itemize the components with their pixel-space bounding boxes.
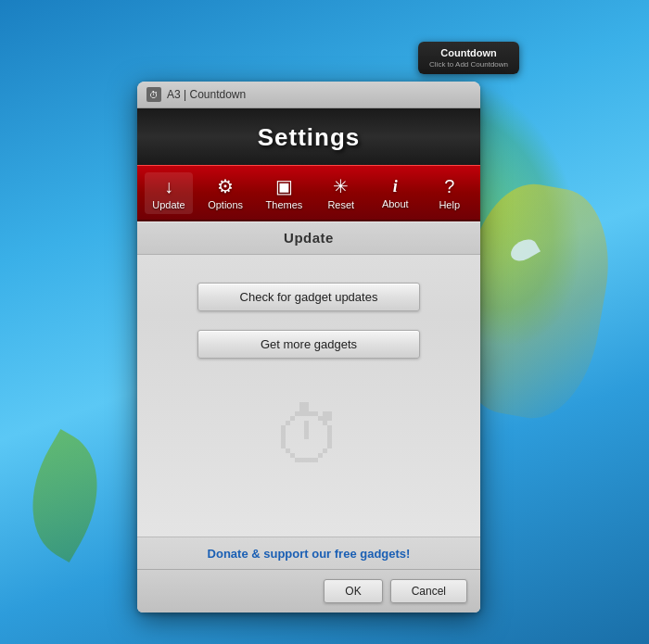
nav-item-options[interactable]: ⚙ Options — [200, 171, 250, 214]
countdown-widget-title: Countdown — [429, 47, 508, 58]
donate-bar[interactable]: Donate & support our free gadgets! — [137, 537, 480, 569]
content-area: Update Check for gadget updates Get more… — [137, 221, 480, 537]
cancel-button[interactable]: Cancel — [390, 579, 467, 603]
nav-bar: ↓ Update ⚙ Options ▣ Themes ✳ Reset i Ab… — [137, 165, 480, 221]
settings-dialog: ⏱ A3 | Countdown Settings ↓ Update ⚙ Opt… — [137, 82, 480, 612]
nav-label-themes: Themes — [266, 199, 303, 210]
window-title: A3 | Countdown — [167, 88, 246, 101]
nav-item-help[interactable]: ? Help — [426, 172, 473, 214]
settings-header: Settings — [137, 108, 480, 165]
watermark-icon: ⏱ — [272, 395, 346, 480]
window-icon-text: ⏱ — [149, 90, 159, 100]
get-more-gadgets-button[interactable]: Get more gadgets — [197, 330, 420, 359]
reset-icon: ✳ — [333, 175, 349, 197]
section-title: Update — [284, 230, 334, 246]
dialog-footer: OK Cancel — [137, 569, 480, 612]
countdown-widget[interactable]: Countdown Click to Add Countdown — [418, 42, 519, 74]
update-icon: ↓ — [164, 176, 173, 197]
check-updates-button[interactable]: Check for gadget updates — [197, 283, 420, 311]
help-icon: ? — [444, 176, 454, 197]
options-icon: ⚙ — [217, 175, 234, 197]
donate-link[interactable]: Donate & support our free gadgets! — [208, 547, 411, 561]
section-title-bar: Update — [137, 221, 480, 255]
nav-item-themes[interactable]: ▣ Themes — [259, 171, 311, 214]
nav-label-help: Help — [439, 199, 460, 210]
nav-label-options: Options — [208, 199, 243, 210]
nav-item-reset[interactable]: ✳ Reset — [318, 171, 364, 214]
nav-label-update: Update — [152, 199, 185, 210]
watermark-area: ⏱ — [137, 377, 480, 498]
nav-label-reset: Reset — [327, 199, 354, 210]
nav-label-about: About — [382, 198, 409, 209]
nav-item-about[interactable]: i About — [372, 173, 418, 213]
buttons-section: Check for gadget updates Get more gadget… — [137, 255, 480, 377]
ok-button[interactable]: OK — [324, 579, 382, 603]
nav-item-update[interactable]: ↓ Update — [145, 172, 192, 214]
themes-icon: ▣ — [275, 175, 293, 197]
title-bar-icon: ⏱ — [146, 87, 161, 102]
countdown-widget-subtitle: Click to Add Countdown — [429, 60, 508, 69]
about-icon: i — [393, 177, 398, 196]
title-bar: ⏱ A3 | Countdown — [137, 82, 480, 108]
desktop-leaf — [5, 429, 124, 562]
settings-title: Settings — [137, 123, 480, 152]
